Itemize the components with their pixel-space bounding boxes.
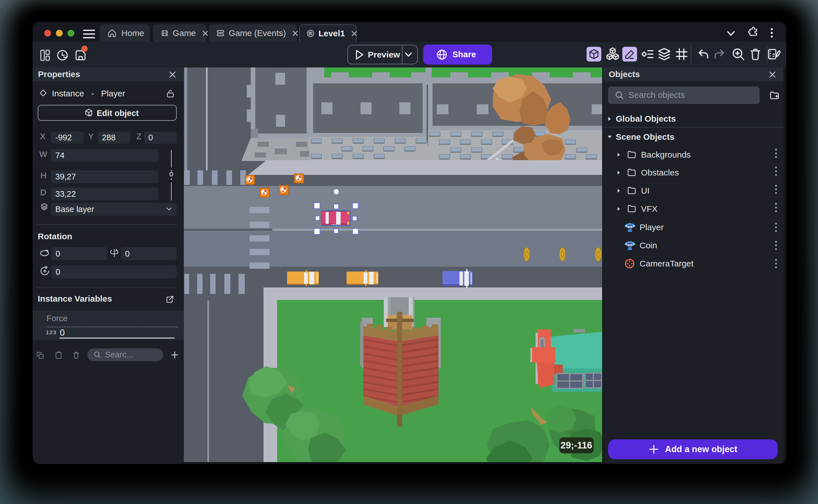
- svg-text:29;-116: 29;-116: [561, 440, 592, 450]
- svg-text:3D: 3D: [89, 114, 92, 117]
